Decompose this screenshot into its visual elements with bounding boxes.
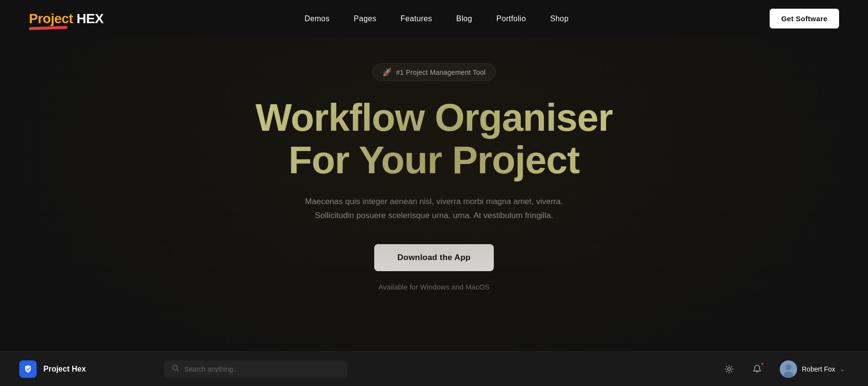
search-icon <box>172 364 179 374</box>
hero-subtitle: Maecenas quis integer aenean nisl, viver… <box>305 195 563 223</box>
logo-hex-text: HEX <box>73 11 103 26</box>
bell-icon <box>752 364 762 374</box>
chevron-down-icon: ⌄ <box>840 366 845 372</box>
avatar <box>780 360 797 378</box>
bottom-app-bar: Project Hex <box>0 351 868 386</box>
nav-item-demos[interactable]: Demos <box>304 14 329 23</box>
search-input[interactable] <box>184 365 339 373</box>
logo-underline-decoration <box>29 26 68 30</box>
bottom-logo-text: Project Hex <box>43 365 86 373</box>
download-app-button[interactable]: Download the App <box>374 244 494 271</box>
get-software-button[interactable]: Get Software <box>770 9 839 28</box>
logo-project-text: Project <box>29 11 73 26</box>
badge-text: #1 Project Management Tool <box>396 69 486 76</box>
nav-item-portfolio[interactable]: Portfolio <box>496 14 526 23</box>
badge: 🚀 #1 Project Management Tool <box>372 63 496 81</box>
nav-item-blog[interactable]: Blog <box>456 14 472 23</box>
nav-item-pages[interactable]: Pages <box>354 14 377 23</box>
bottom-right-controls: Robert Fox ⌄ <box>720 358 849 380</box>
user-name-text: Robert Fox <box>802 365 835 373</box>
nav-item-shop[interactable]: Shop <box>550 14 569 23</box>
settings-button[interactable] <box>720 360 738 378</box>
available-platforms-text: Available for Windows and MacOS <box>379 283 490 291</box>
gear-icon <box>724 364 734 374</box>
search-bar[interactable] <box>164 360 347 378</box>
bottom-logo-svg-icon <box>23 364 33 374</box>
nav-link-features[interactable]: Features <box>400 14 432 23</box>
user-profile[interactable]: Robert Fox ⌄ <box>776 358 849 380</box>
hero-title: Workflow Organiser For Your Project <box>256 96 613 181</box>
navbar: Project HEX Demos Pages Features Blog Po… <box>0 0 868 37</box>
nav-link-portfolio[interactable]: Portfolio <box>496 14 526 23</box>
hero-title-line1: Workflow Organiser <box>256 96 613 139</box>
hero-subtitle-line2: Sollicitudin posuere scelerisque urna, u… <box>315 211 553 220</box>
svg-point-1 <box>728 368 731 371</box>
nav-item-features[interactable]: Features <box>400 14 432 23</box>
nav-link-blog[interactable]: Blog <box>456 14 472 23</box>
nav-link-pages[interactable]: Pages <box>354 14 377 23</box>
nav-link-demos[interactable]: Demos <box>304 14 329 23</box>
svg-point-3 <box>786 364 791 370</box>
bottom-logo-icon <box>19 360 37 378</box>
notifications-button[interactable] <box>748 360 766 378</box>
nav-link-shop[interactable]: Shop <box>550 14 569 23</box>
bottom-logo: Project Hex <box>19 360 145 378</box>
avatar-image <box>780 360 797 378</box>
hero-title-line2: For Your Project <box>288 138 579 181</box>
logo[interactable]: Project HEX <box>29 11 104 27</box>
notification-badge <box>760 362 764 366</box>
nav-links: Demos Pages Features Blog Portfolio Shop <box>304 14 569 23</box>
badge-rocket-icon: 🚀 <box>382 68 392 77</box>
hero-subtitle-line1: Maecenas quis integer aenean nisl, viver… <box>305 197 563 206</box>
hero-section: 🚀 #1 Project Management Tool Workflow Or… <box>0 37 868 307</box>
